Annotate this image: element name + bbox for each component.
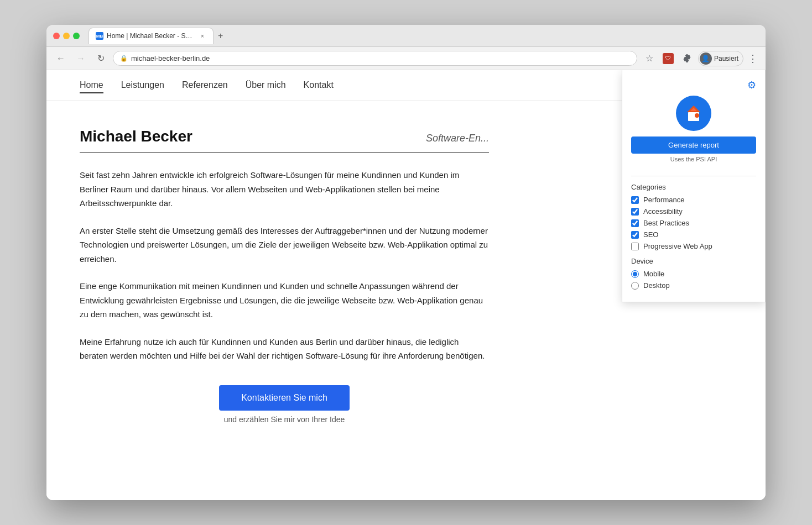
cta-button[interactable]: Kontaktieren Sie mich [219, 385, 350, 411]
back-button[interactable]: ← [53, 51, 69, 66]
performance-checkbox[interactable] [631, 196, 639, 204]
paragraph-2: An erster Stelle steht die Umsetzung gem… [80, 224, 489, 266]
toolbar-right: ☆ 🛡 👤 Pausiert ⋮ [642, 51, 759, 66]
popup-logo-area: Generate report Uses the PSI API [631, 96, 756, 169]
address-bar: ← → ↻ 🔒 michael-becker-berlin.de ☆ 🛡 👤 P… [46, 47, 766, 70]
cta-area: Kontaktieren Sie mich und erzählen Sie m… [80, 385, 489, 424]
traffic-lights [53, 33, 80, 39]
popup-header: ⚙ [631, 79, 756, 91]
bookmark-button[interactable]: ☆ [642, 51, 657, 66]
gear-settings-button[interactable]: ⚙ [747, 79, 756, 91]
desktop-radio[interactable] [631, 282, 639, 290]
paragraph-4: Meine Erfahrung nutze ich auch für Kundi… [80, 335, 489, 363]
paragraph-1: Seit fast zehn Jahren entwickle ich erfo… [80, 168, 489, 211]
profile-avatar: 👤 [700, 53, 712, 65]
seo-checkbox[interactable] [631, 231, 639, 239]
category-pwa: Progressive Web App [631, 242, 756, 250]
mobile-radio[interactable] [631, 270, 639, 278]
page-title: Michael Becker [80, 128, 192, 145]
shield-extension-button[interactable]: 🛡 [660, 51, 676, 66]
desktop-label: Desktop [643, 281, 670, 290]
category-seo: SEO [631, 230, 756, 239]
category-performance: Performance [631, 196, 756, 204]
accessibility-checkbox[interactable] [631, 208, 639, 216]
seo-label: SEO [643, 230, 658, 239]
nav-link-ueber-mich[interactable]: Über mich [246, 78, 286, 93]
device-label: Device [631, 257, 756, 265]
paragraph-3: Eine enge Kommunikation mit meinen Kundi… [80, 279, 489, 322]
psi-api-text: Uses the PSI API [670, 156, 717, 162]
tab-favicon: MB [96, 32, 103, 40]
forward-button[interactable]: → [73, 51, 89, 66]
device-desktop: Desktop [631, 281, 756, 290]
nav-link-referenzen[interactable]: Referenzen [182, 78, 228, 93]
page-area: Home Leistungen Referenzen Über mich Kon… [46, 70, 766, 500]
url-bar[interactable]: 🔒 michael-becker-berlin.de [113, 51, 637, 66]
categories-label: Categories [631, 183, 756, 191]
category-best-practices: Best Practices [631, 219, 756, 227]
best-practices-label: Best Practices [643, 219, 689, 227]
tab-close-button[interactable]: × [199, 32, 206, 40]
svg-point-2 [695, 113, 699, 118]
lighthouse-popup: ⚙ Generate report Uses the PSI API [622, 70, 766, 302]
minimize-traffic-light[interactable] [63, 33, 70, 39]
nav-link-leistungen[interactable]: Leistungen [121, 78, 164, 93]
new-tab-button[interactable]: + [216, 31, 225, 41]
maximize-traffic-light[interactable] [73, 33, 80, 39]
lighthouse-logo [676, 96, 711, 131]
accessibility-label: Accessibility [643, 207, 683, 216]
header-divider [80, 152, 489, 153]
close-traffic-light[interactable] [53, 33, 60, 39]
tab-title: Home | Michael Becker - Softw... [107, 32, 195, 40]
popup-divider [631, 176, 756, 176]
profile-button[interactable]: 👤 Pausiert [698, 51, 743, 66]
main-content: Michael Becker Software-En... Seit fast … [46, 101, 522, 450]
device-mobile: Mobile [631, 270, 756, 278]
title-bar: MB Home | Michael Becker - Softw... × + [46, 25, 766, 47]
reload-button[interactable]: ↻ [93, 51, 108, 66]
pwa-label: Progressive Web App [643, 242, 712, 250]
site-nav-links: Home Leistungen Referenzen Über mich Kon… [80, 78, 334, 93]
cta-subtext: und erzählen Sie mir von Ihrer Idee [80, 415, 489, 424]
browser-window: MB Home | Michael Becker - Softw... × + … [46, 25, 766, 500]
category-accessibility: Accessibility [631, 207, 756, 216]
active-tab[interactable]: MB Home | Michael Becker - Softw... × [89, 28, 214, 44]
nav-link-home[interactable]: Home [80, 78, 103, 93]
best-practices-checkbox[interactable] [631, 219, 639, 227]
tab-bar: MB Home | Michael Becker - Softw... × + [89, 28, 759, 44]
browser-menu-button[interactable]: ⋮ [747, 53, 759, 65]
extensions-button[interactable] [679, 51, 695, 66]
nav-link-kontakt[interactable]: Kontakt [304, 78, 334, 93]
pwa-checkbox[interactable] [631, 243, 639, 250]
page-header: Michael Becker Software-En... [80, 128, 489, 145]
shield-icon: 🛡 [663, 53, 674, 64]
performance-label: Performance [643, 196, 684, 204]
profile-label: Pausiert [714, 55, 738, 62]
generate-report-button[interactable]: Generate report [631, 136, 756, 154]
mobile-label: Mobile [643, 270, 664, 278]
url-text: michael-becker-berlin.de [131, 54, 210, 62]
page-subtitle: Software-En... [426, 133, 489, 144]
lock-icon: 🔒 [120, 55, 128, 62]
